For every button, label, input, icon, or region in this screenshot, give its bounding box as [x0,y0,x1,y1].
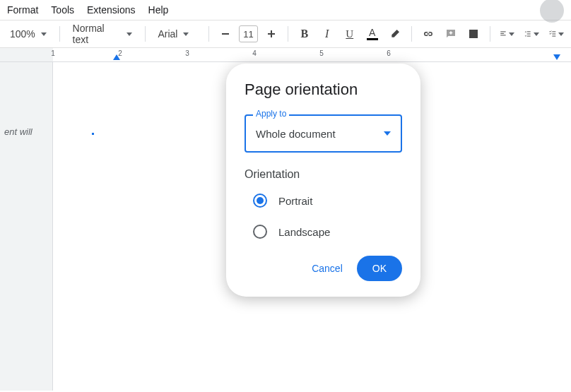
orientation-portrait-label: Portrait [278,195,312,207]
separator [288,26,288,42]
insert-image-button[interactable] [464,25,483,43]
menu-tools[interactable]: Tools [51,4,74,16]
chevron-down-icon [384,131,391,136]
chevron-down-icon [509,32,514,36]
dialog-title: Page orientation [245,81,402,99]
menu-extensions[interactable]: Extensions [87,4,135,16]
separator [59,26,60,42]
ruler-tick: 3 [185,49,189,57]
highlight-color-button[interactable] [386,25,404,43]
radio-selected-icon [253,194,267,208]
chevron-down-icon [41,32,47,36]
apply-to-value: Whole document [256,128,336,140]
paragraph-style-value: Normal text [73,23,121,45]
chevron-down-icon [558,32,564,36]
apply-to-label: Apply to [253,109,289,119]
ruler-tick: 4 [252,49,257,57]
separator [490,26,490,42]
text-color-button[interactable]: A [363,25,382,43]
font-size-input[interactable]: 11 [239,25,258,42]
menu-format[interactable]: Format [7,4,38,16]
bold-button[interactable]: B [295,25,314,43]
apply-to-select[interactable]: Apply to Whole document [245,114,402,153]
page-orientation-dialog: Page orientation Apply to Whole document… [226,64,420,297]
dialog-actions: Cancel OK [245,256,402,281]
zoom-value: 100% [10,28,35,40]
zoom-dropdown[interactable]: 100% [4,24,52,44]
align-button[interactable] [497,25,517,43]
insert-link-button[interactable] [419,25,437,43]
menu-help[interactable]: Help [148,4,169,16]
separator [411,26,412,42]
add-comment-button[interactable] [442,25,460,43]
font-size-value: 11 [243,29,253,40]
ruler-tick: 5 [319,49,324,57]
chevron-down-icon [183,32,189,36]
font-value: Arial [158,28,177,40]
left-indent-marker[interactable] [113,54,120,60]
svg-rect-2 [271,30,272,37]
ruler[interactable]: 1 2 3 4 5 6 [0,48,571,62]
outline-pane: ent will [0,62,53,391]
orientation-label: Orientation [245,168,402,181]
decrease-font-size-button[interactable] [216,25,235,43]
svg-rect-0 [222,33,229,35]
ruler-tick: 1 [51,49,55,57]
italic-button[interactable]: I [318,25,336,43]
chevron-down-icon [534,32,539,36]
ruler-tick: 6 [387,49,391,57]
cancel-button[interactable]: Cancel [303,257,351,280]
toolbar: 100% Normal text Arial 11 B I U A [0,20,571,48]
font-dropdown[interactable]: Arial [152,24,201,44]
increase-font-size-button[interactable] [262,25,281,43]
orientation-option-portrait[interactable]: Portrait [245,194,402,208]
paragraph-style-dropdown[interactable]: Normal text [67,24,138,44]
ok-button[interactable]: OK [357,256,402,281]
orientation-landscape-label: Landscape [278,226,330,238]
text-cursor [92,133,94,135]
chevron-down-icon [126,32,132,36]
menu-bar: Format Tools Extensions Help [0,0,571,20]
checklist-button[interactable] [546,25,567,43]
line-spacing-button[interactable] [522,25,542,43]
separator [208,26,209,42]
right-indent-marker[interactable] [553,54,560,60]
orientation-option-landscape[interactable]: Landscape [245,225,402,239]
underline-button[interactable]: U [341,25,359,43]
separator [145,26,146,42]
radio-unselected-icon [253,225,267,239]
outline-hint: ent will [4,126,47,138]
